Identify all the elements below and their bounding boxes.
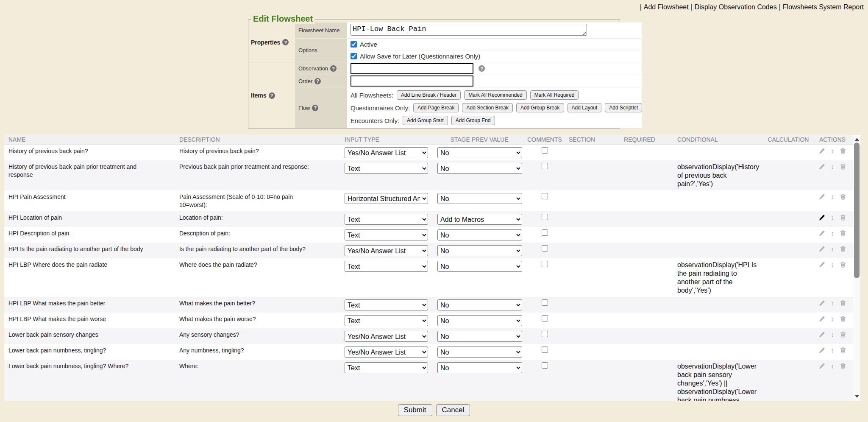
input-type-select[interactable]: Text: [345, 261, 428, 272]
flow-action-button[interactable]: Add Group Start: [403, 116, 448, 125]
input-type-select[interactable]: Yes/No Answer List: [345, 147, 428, 158]
stage-prev-value-select[interactable]: No: [437, 331, 522, 342]
delete-trash-icon[interactable]: [840, 230, 846, 237]
delete-trash-icon[interactable]: [840, 148, 846, 154]
comments-checkbox[interactable]: [542, 362, 548, 369]
comments-checkbox[interactable]: [542, 193, 548, 199]
comments-checkbox[interactable]: [542, 331, 548, 337]
input-type-select[interactable]: Text: [345, 229, 428, 240]
edit-pencil-icon[interactable]: [818, 246, 825, 252]
option-checkbox[interactable]: [351, 41, 357, 48]
stage-prev-value-select[interactable]: No: [437, 315, 522, 326]
input-type-select[interactable]: Text: [345, 214, 428, 225]
comments-checkbox[interactable]: [542, 261, 548, 267]
stage-prev-value-select[interactable]: Add to Macros: [437, 214, 522, 225]
flow-action-button[interactable]: Add Group End: [451, 116, 495, 125]
input-type-select[interactable]: Text: [345, 163, 428, 174]
delete-trash-icon[interactable]: [840, 363, 846, 369]
scrollbar-thumb[interactable]: [854, 143, 860, 278]
input-type-select[interactable]: Yes/No Answer List: [345, 347, 428, 358]
flow-action-button[interactable]: Add Section Break: [462, 103, 512, 112]
move-updown-icon[interactable]: ↕: [829, 331, 836, 338]
help-icon[interactable]: ?: [314, 78, 321, 84]
edit-pencil-icon[interactable]: [818, 214, 825, 221]
top-link[interactable]: Display Observation Codes: [695, 3, 777, 11]
edit-pencil-icon[interactable]: [818, 331, 825, 338]
stage-prev-value-select[interactable]: No: [437, 193, 522, 204]
stage-prev-value-select[interactable]: No: [437, 163, 522, 174]
comments-checkbox[interactable]: [542, 315, 548, 321]
scroll-up-icon[interactable]: [853, 136, 860, 142]
flow-action-button[interactable]: Add Group Break: [516, 103, 564, 112]
delete-trash-icon[interactable]: [840, 261, 846, 268]
flow-action-button[interactable]: Add Line Break / Header: [397, 90, 461, 100]
option-checkbox[interactable]: [351, 53, 357, 59]
edit-pencil-icon[interactable]: [818, 300, 825, 307]
stage-prev-value-select[interactable]: No: [437, 362, 522, 373]
move-updown-icon[interactable]: ↕: [829, 230, 836, 237]
move-updown-icon[interactable]: ↕: [829, 148, 836, 154]
flow-action-button[interactable]: Add Scriptlet: [605, 103, 642, 112]
stage-prev-value-select[interactable]: No: [437, 261, 522, 272]
move-updown-icon[interactable]: ↕: [829, 163, 836, 170]
input-type-select[interactable]: Text: [345, 315, 428, 326]
help-icon[interactable]: ?: [282, 39, 289, 45]
comments-checkbox[interactable]: [542, 214, 548, 220]
flow-action-button[interactable]: Mark All Required: [530, 90, 579, 100]
flowsheet-name-input[interactable]: HPI-Low Back Pain: [351, 24, 587, 36]
top-link[interactable]: Flowsheets System Report: [783, 3, 864, 11]
flow-action-button[interactable]: Add Page Break: [413, 103, 459, 112]
submit-button[interactable]: Submit: [398, 404, 432, 416]
help-icon[interactable]: ?: [269, 92, 275, 99]
stage-prev-value-select[interactable]: No: [437, 299, 522, 310]
flow-action-button[interactable]: Add Layout: [568, 103, 602, 112]
order-input[interactable]: [351, 75, 473, 87]
stage-prev-value-select[interactable]: No: [437, 229, 522, 240]
input-type-select[interactable]: Text: [345, 299, 428, 310]
comments-checkbox[interactable]: [542, 299, 548, 306]
move-updown-icon[interactable]: ↕: [829, 193, 836, 200]
move-updown-icon[interactable]: ↕: [829, 261, 836, 268]
delete-trash-icon[interactable]: [840, 214, 846, 221]
input-type-select[interactable]: Text: [345, 362, 428, 373]
observation-input[interactable]: [351, 63, 473, 74]
move-updown-icon[interactable]: ↕: [829, 316, 836, 322]
comments-checkbox[interactable]: [542, 147, 548, 154]
move-updown-icon[interactable]: ↕: [829, 214, 836, 221]
stage-prev-value-select[interactable]: No: [437, 147, 522, 158]
delete-trash-icon[interactable]: [840, 347, 846, 354]
edit-pencil-icon[interactable]: [818, 163, 825, 170]
cancel-button[interactable]: Cancel: [436, 404, 470, 416]
move-updown-icon[interactable]: ↕: [829, 300, 836, 307]
comments-checkbox[interactable]: [542, 163, 548, 169]
delete-trash-icon[interactable]: [840, 246, 846, 252]
delete-trash-icon[interactable]: [840, 193, 846, 200]
help-icon[interactable]: ?: [479, 65, 485, 72]
edit-pencil-icon[interactable]: [818, 230, 825, 237]
delete-trash-icon[interactable]: [840, 331, 846, 338]
edit-pencil-icon[interactable]: [818, 347, 825, 354]
table-scrollbar[interactable]: [853, 135, 860, 401]
flow-action-button[interactable]: Mark All Recommended: [464, 90, 526, 100]
top-link[interactable]: Add Flowsheet: [644, 3, 689, 11]
edit-pencil-icon[interactable]: [818, 363, 825, 369]
input-type-select[interactable]: Yes/No Answer List: [345, 245, 428, 256]
stage-prev-value-select[interactable]: No: [437, 347, 522, 358]
stage-prev-value-select[interactable]: No: [437, 245, 522, 256]
comments-checkbox[interactable]: [542, 347, 548, 353]
delete-trash-icon[interactable]: [840, 300, 846, 307]
delete-trash-icon[interactable]: [840, 163, 846, 170]
input-type-select[interactable]: Yes/No Answer List: [345, 331, 428, 342]
move-updown-icon[interactable]: ↕: [829, 363, 836, 369]
help-icon[interactable]: ?: [330, 65, 337, 72]
edit-pencil-icon[interactable]: [818, 261, 825, 268]
edit-pencil-icon[interactable]: [818, 193, 825, 200]
move-updown-icon[interactable]: ↕: [829, 246, 836, 252]
help-icon[interactable]: ?: [312, 105, 318, 111]
edit-pencil-icon[interactable]: [818, 148, 825, 154]
move-updown-icon[interactable]: ↕: [829, 347, 836, 354]
comments-checkbox[interactable]: [542, 245, 548, 252]
edit-pencil-icon[interactable]: [818, 316, 825, 322]
delete-trash-icon[interactable]: [840, 316, 846, 322]
input-type-select[interactable]: Horizontal Structured Ans: [345, 193, 428, 204]
